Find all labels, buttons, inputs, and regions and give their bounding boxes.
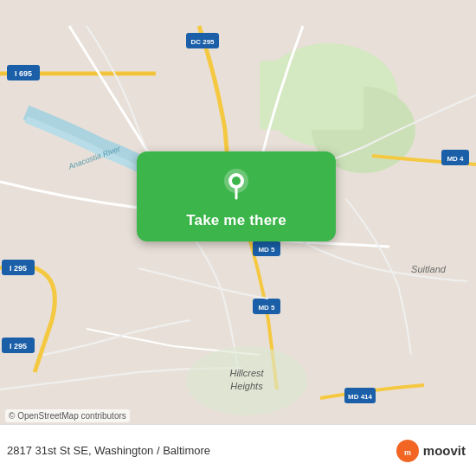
- take-me-card: Take me there: [137, 151, 336, 241]
- svg-point-29: [232, 177, 241, 185]
- svg-text:Suitland: Suitland: [411, 264, 447, 274]
- svg-text:DC 295: DC 295: [190, 38, 215, 46]
- svg-text:I 295: I 295: [10, 342, 27, 351]
- moovit-logo-icon: m: [396, 439, 420, 463]
- svg-text:Hillcrest: Hillcrest: [229, 368, 264, 378]
- bottom-bar: 2817 31st St SE, Washington / Baltimore …: [0, 424, 476, 476]
- svg-text:MD 4: MD 4: [447, 155, 464, 163]
- svg-text:MD 5: MD 5: [258, 246, 275, 254]
- svg-text:Heights: Heights: [230, 381, 263, 391]
- moovit-text: moovit: [423, 443, 466, 458]
- moovit-logo: m moovit: [396, 439, 466, 463]
- map-container: I 695 DC 295 I 295 I 295 MD 4 MD 5 MD 5 …: [0, 0, 476, 476]
- svg-text:MD 5: MD 5: [258, 304, 275, 312]
- svg-text:m: m: [404, 448, 411, 457]
- location-pin-icon: [217, 165, 255, 203]
- svg-text:I 695: I 695: [15, 69, 32, 78]
- take-me-button[interactable]: Take me there: [186, 212, 286, 229]
- svg-text:MD 414: MD 414: [348, 393, 373, 401]
- address-label: 2817 31st St SE, Washington / Baltimore: [7, 444, 210, 457]
- map-attribution: © OpenStreetMap contributors: [5, 409, 130, 422]
- svg-rect-3: [260, 61, 363, 130]
- svg-text:I 295: I 295: [10, 264, 27, 273]
